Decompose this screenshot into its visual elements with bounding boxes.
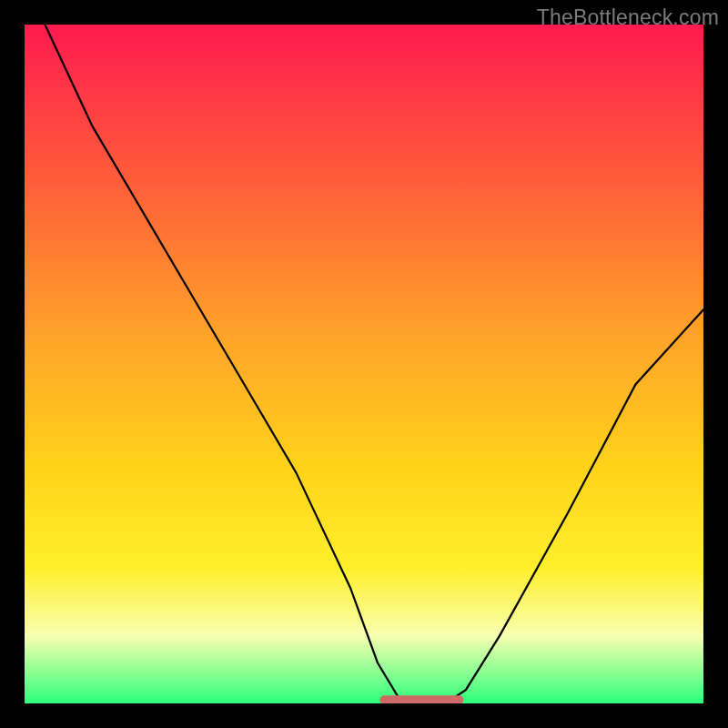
watermark-text: TheBottleneck.com [537, 5, 719, 30]
curve-path [45, 25, 703, 703]
bottleneck-curve [25, 25, 703, 703]
plot-area [25, 25, 703, 703]
chart-frame: TheBottleneck.com [0, 0, 728, 728]
